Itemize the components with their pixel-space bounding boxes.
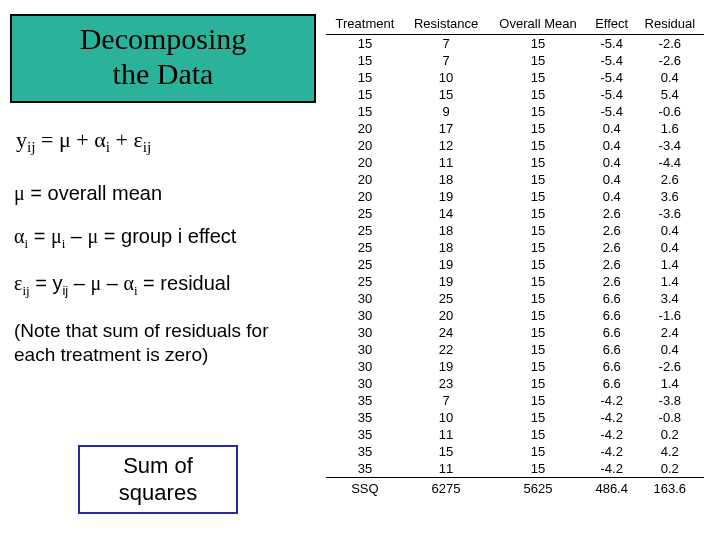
title-box: Decomposing the Data [10, 14, 316, 103]
table-cell: 3.6 [636, 188, 704, 205]
table-cell: 0.4 [588, 137, 636, 154]
table-cell: 30 [326, 307, 404, 324]
def-alpha-minus: – [65, 225, 87, 247]
def-alpha-eq: = [28, 225, 51, 247]
table-cell: 2.6 [588, 273, 636, 290]
ssq-cell: 6275 [404, 478, 488, 498]
table-cell: -5.4 [588, 86, 636, 103]
table-cell: 15 [488, 273, 588, 290]
data-table: Treatment Resistance Overall Mean Effect… [326, 14, 704, 497]
table-cell: 0.4 [588, 154, 636, 171]
table-cell: 0.2 [636, 460, 704, 478]
table-row: 2514152.6-3.6 [326, 205, 704, 222]
table-cell: 6.6 [588, 290, 636, 307]
table-cell: 15 [488, 154, 588, 171]
ssq-cell: 5625 [488, 478, 588, 498]
table-cell: 0.4 [636, 341, 704, 358]
table-cell: -4.4 [636, 154, 704, 171]
table-cell: 25 [326, 239, 404, 256]
def-mu-sym: μ [14, 182, 25, 204]
table-cell: 15 [488, 52, 588, 69]
table-cell: 19 [404, 188, 488, 205]
table-cell: 6.6 [588, 307, 636, 324]
table-cell: 7 [404, 35, 488, 53]
table-cell: 24 [404, 324, 488, 341]
def-mu-i: μ [51, 225, 62, 247]
ssq-cell: 486.4 [588, 478, 636, 498]
def-eps-eq: = y [30, 272, 63, 294]
eqn-alpha: α [94, 127, 106, 152]
table-cell: 35 [326, 392, 404, 409]
table-cell: 25 [326, 273, 404, 290]
table-cell: 15 [488, 103, 588, 120]
table-cell: 18 [404, 222, 488, 239]
table-row: 2011150.4-4.4 [326, 154, 704, 171]
table-cell: -2.6 [636, 52, 704, 69]
table-cell: 15 [488, 69, 588, 86]
table-cell: 2.6 [588, 239, 636, 256]
table-cell: -0.8 [636, 409, 704, 426]
table-cell: 30 [326, 324, 404, 341]
table-cell: 15 [488, 307, 588, 324]
table-cell: -2.6 [636, 358, 704, 375]
table-cell: 15 [488, 375, 588, 392]
table-cell: -3.4 [636, 137, 704, 154]
table-row: 15715-5.4-2.6 [326, 35, 704, 53]
sum-of-squares-box: Sum of squares [78, 445, 238, 514]
table-row: 35715-4.2-3.8 [326, 392, 704, 409]
table-cell: 15 [488, 392, 588, 409]
eqn-eps-sub: ij [143, 138, 152, 155]
def-alpha-rest: = group i effect [98, 225, 236, 247]
table-cell: 15 [326, 52, 404, 69]
table-cell: 15 [488, 188, 588, 205]
table-row: 3019156.6-2.6 [326, 358, 704, 375]
eqn-plus2: + [110, 127, 133, 152]
ssq-label-cell: SSQ [326, 478, 404, 498]
table-cell: -4.2 [588, 409, 636, 426]
col-overall-mean: Overall Mean [488, 14, 588, 35]
table-row: 2518152.60.4 [326, 222, 704, 239]
table-cell: 15 [488, 137, 588, 154]
table-cell: 10 [404, 69, 488, 86]
def-eps-minus1: – [68, 272, 90, 294]
table-cell: 11 [404, 154, 488, 171]
table-cell: 15 [326, 103, 404, 120]
table-row: 2019150.43.6 [326, 188, 704, 205]
table-cell: 15 [488, 35, 588, 53]
table-cell: 0.4 [588, 188, 636, 205]
eqn-mu: μ [59, 127, 71, 152]
def-eps-alpha: α [123, 272, 133, 294]
table-cell: 19 [404, 273, 488, 290]
table-cell: 25 [404, 290, 488, 307]
table-cell: 15 [326, 35, 404, 53]
table-cell: 6.6 [588, 324, 636, 341]
table-cell: 35 [326, 460, 404, 478]
note-line1: (Note that sum of residuals for [14, 320, 269, 341]
table-cell: 30 [326, 290, 404, 307]
ssq-row: SSQ62755625486.4163.6 [326, 478, 704, 498]
table-cell: 6.6 [588, 341, 636, 358]
table-row: 351115-4.20.2 [326, 460, 704, 478]
table-cell: -0.6 [636, 103, 704, 120]
table-head: Treatment Resistance Overall Mean Effect… [326, 14, 704, 35]
table-row: 151015-5.40.4 [326, 69, 704, 86]
col-resistance: Resistance [404, 14, 488, 35]
table-cell: 20 [404, 307, 488, 324]
table-cell: -3.6 [636, 205, 704, 222]
table-cell: 15 [404, 443, 488, 460]
table-cell: -5.4 [588, 35, 636, 53]
table-cell: 35 [326, 409, 404, 426]
table-row: 15915-5.4-0.6 [326, 103, 704, 120]
table-row: 15715-5.4-2.6 [326, 52, 704, 69]
def-eps: εij = yij – μ – αi = residual [14, 272, 316, 299]
table-cell: 0.4 [636, 239, 704, 256]
table-cell: 1.4 [636, 256, 704, 273]
table-cell: 15 [488, 205, 588, 222]
table-cell: 1.4 [636, 375, 704, 392]
table-cell: -1.6 [636, 307, 704, 324]
table-row: 151515-5.45.4 [326, 86, 704, 103]
table-cell: 15 [488, 239, 588, 256]
table-body: 15715-5.4-2.615715-5.4-2.6151015-5.40.41… [326, 35, 704, 498]
table-cell: 3.4 [636, 290, 704, 307]
table-cell: 25 [326, 205, 404, 222]
